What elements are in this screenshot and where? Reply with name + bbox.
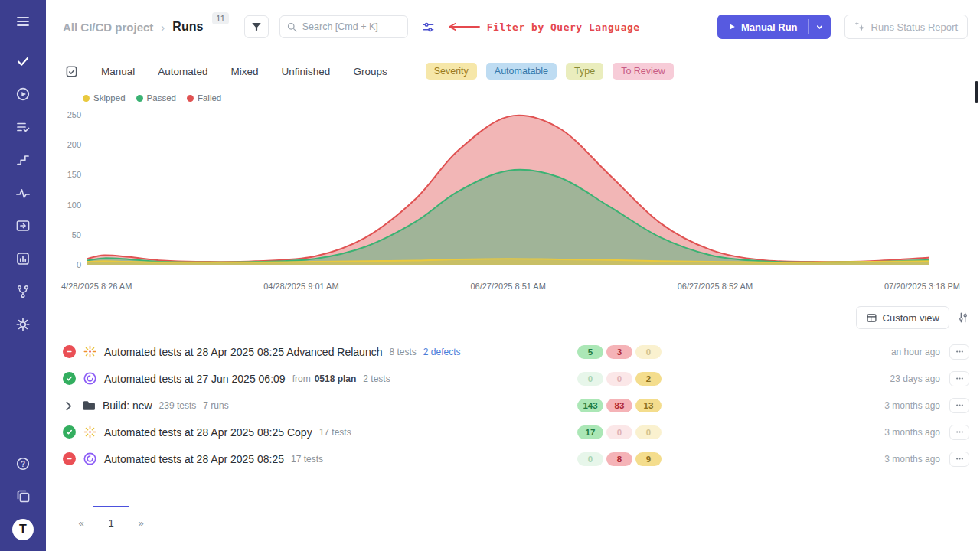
run-row[interactable]: Build: new239 tests7 runs14383133 months…: [63, 392, 969, 419]
row-menu-button[interactable]: [949, 344, 969, 360]
x-tick-label: 04/28/2025 9:01 AM: [263, 282, 338, 291]
run-title[interactable]: Automated tests at 28 Apr 2025 08:25: [104, 453, 284, 465]
failed-count-badge: 83: [606, 399, 632, 412]
passed-status-icon: [63, 372, 76, 385]
tab-automated[interactable]: Automated: [158, 66, 207, 77]
menu-icon[interactable]: [14, 12, 32, 31]
pulse-icon[interactable]: [14, 184, 32, 202]
run-title[interactable]: Automated tests at 27 Jun 2025 06:09: [104, 373, 286, 385]
x-tick-label: 06/27/2025 8:52 AM: [678, 282, 753, 291]
view-settings-icon[interactable]: [957, 311, 969, 324]
run-title[interactable]: Automated tests at 28 Apr 2025 08:25 Cop…: [104, 426, 312, 439]
row-menu-button[interactable]: [949, 452, 969, 467]
help-icon[interactable]: ?: [14, 455, 32, 473]
run-timestamp: 3 months ago: [675, 427, 949, 438]
manual-run-button[interactable]: Manual Run: [717, 15, 808, 39]
gear-icon[interactable]: [14, 315, 32, 334]
steps-icon[interactable]: [14, 151, 32, 169]
run-plan-link[interactable]: 0518 plan: [315, 373, 357, 384]
projects-icon[interactable]: [14, 487, 32, 505]
tab-manual[interactable]: Manual: [101, 66, 135, 77]
svg-text:250: 250: [67, 110, 81, 119]
passed-count-badge: 0: [577, 452, 603, 466]
run-row[interactable]: Automated tests at 28 Apr 2025 08:25 Adv…: [63, 338, 969, 365]
search-input[interactable]: [302, 21, 401, 32]
expand-chevron-icon[interactable]: [63, 399, 74, 411]
table-view-icon: [866, 312, 877, 324]
x-tick-label: 4/28/2025 8:26 AM: [61, 282, 132, 291]
breadcrumb-project[interactable]: All CI/CD project: [63, 21, 153, 34]
run-row[interactable]: Automated tests at 27 Jun 2025 06:09from…: [63, 365, 969, 392]
chevron-down-icon: [815, 23, 824, 31]
search-input-wrap: [279, 15, 408, 38]
tab-groups[interactable]: Groups: [353, 66, 387, 77]
row-menu-button[interactable]: [949, 425, 969, 440]
play-icon: [728, 23, 736, 31]
app-logo[interactable]: T: [12, 519, 34, 540]
result-badges: 1700: [577, 425, 675, 439]
result-badges: 089: [577, 452, 675, 466]
scrollbar-thumb[interactable]: [975, 81, 978, 103]
svg-text:?: ?: [21, 460, 25, 468]
folder-icon: [81, 398, 96, 412]
failed-count-badge: 0: [606, 372, 632, 386]
run-timestamp: 3 months ago: [675, 454, 949, 465]
annotation-text: Filter by Query Language: [487, 21, 640, 33]
app-window: ? T All CI/CD project › Runs 11: [0, 0, 980, 551]
failed-count-badge: 0: [606, 425, 632, 439]
runs-chart: 050100150200250: [57, 104, 980, 279]
legend-passed[interactable]: Passed: [136, 93, 176, 103]
custom-view-button[interactable]: Custom view: [856, 306, 949, 329]
run-list-icon[interactable]: [14, 118, 32, 136]
query-language-filter-icon[interactable]: [422, 21, 435, 34]
header: All CI/CD project › Runs 11 Filter by Qu…: [46, 0, 980, 54]
run-tests-count: 8 tests: [389, 347, 416, 357]
pagination-page-1[interactable]: 1: [93, 506, 129, 538]
chip-to-review[interactable]: To Review: [612, 63, 674, 80]
swirl-logo-icon: [83, 371, 97, 386]
svg-text:150: 150: [67, 170, 81, 179]
failed-dot-icon: [187, 95, 194, 102]
run-defects-link[interactable]: 2 defects: [423, 347, 461, 357]
group-runs-count: 7 runs: [203, 400, 228, 411]
chip-automatable[interactable]: Automatable: [486, 63, 557, 80]
run-title[interactable]: Automated tests at 28 Apr 2025 08:25 Adv…: [104, 346, 382, 358]
play-circle-icon[interactable]: [14, 85, 32, 103]
manual-run-dropdown-button[interactable]: [809, 15, 831, 39]
run-row[interactable]: Automated tests at 28 Apr 2025 08:25 Cop…: [63, 419, 969, 445]
manual-run-split-button: Manual Run: [717, 15, 831, 39]
run-row-main: Automated tests at 28 Apr 2025 08:2517 t…: [63, 452, 577, 466]
chip-severity[interactable]: Severity: [426, 63, 477, 80]
legend-failed[interactable]: Failed: [187, 93, 221, 103]
run-title[interactable]: Build: new: [103, 399, 152, 412]
runs-status-report-button[interactable]: Runs Status Report: [844, 15, 968, 39]
result-badges: 1438313: [577, 399, 675, 412]
tab-unfinished[interactable]: Unfinished: [282, 66, 331, 77]
failed-status-icon: [63, 452, 76, 465]
passed-count-badge: 143: [577, 399, 603, 412]
passed-status-icon: [63, 425, 76, 439]
export-icon[interactable]: [14, 217, 32, 235]
fireworks-icon: [83, 344, 97, 359]
row-menu-button[interactable]: [949, 371, 969, 386]
run-timestamp: an hour ago: [675, 347, 949, 357]
pagination-prev[interactable]: «: [69, 506, 93, 538]
chip-type[interactable]: Type: [566, 63, 603, 80]
run-row[interactable]: Automated tests at 28 Apr 2025 08:2517 t…: [63, 445, 969, 472]
branch-icon[interactable]: [14, 282, 32, 301]
select-runs-icon[interactable]: [65, 65, 78, 78]
chart-legend: Skipped Passed Failed: [83, 93, 980, 103]
tab-mixed[interactable]: Mixed: [231, 66, 259, 77]
main-area: All CI/CD project › Runs 11 Filter by Qu…: [46, 0, 980, 551]
row-menu-button[interactable]: [949, 398, 969, 413]
svg-text:100: 100: [67, 201, 81, 210]
failed-count-badge: 8: [606, 452, 632, 466]
legend-skipped[interactable]: Skipped: [83, 93, 126, 103]
pagination-next[interactable]: »: [129, 506, 153, 538]
analytics-icon[interactable]: [14, 249, 32, 268]
filter-button[interactable]: [244, 15, 269, 38]
runs-count-badge: 11: [212, 12, 228, 24]
passed-count-badge: 17: [577, 425, 603, 439]
check-icon[interactable]: [14, 52, 32, 70]
passed-dot-icon: [136, 95, 143, 102]
